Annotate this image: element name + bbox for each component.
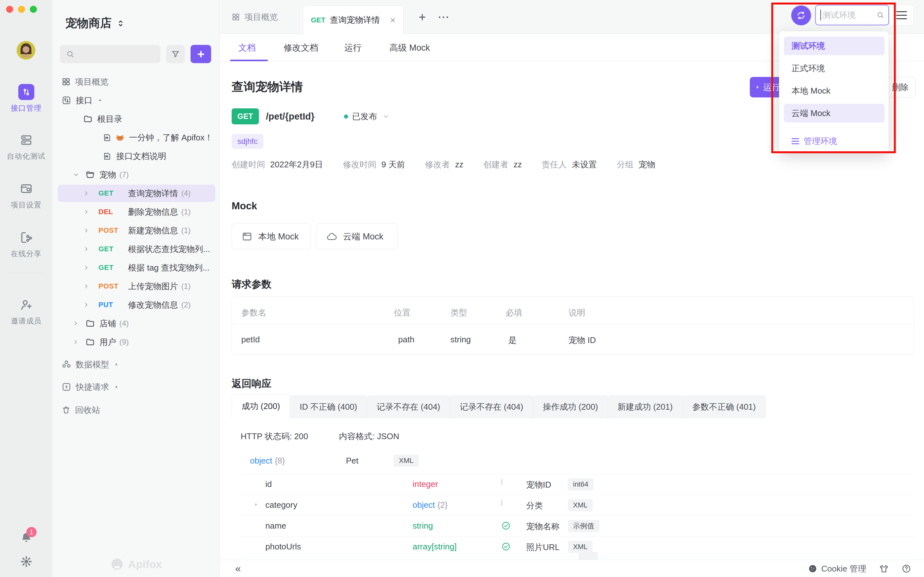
tree-section-data-models[interactable]: 数据模型 [52, 355, 220, 374]
xml-badge: XML [394, 455, 418, 467]
request-params-table: 参数名 位置 类型 必填 说明 petId path string 是 宠物 I… [232, 297, 914, 355]
param-required: 是 [508, 335, 517, 346]
tab-doc[interactable]: 文档 [238, 34, 256, 61]
tab-more-menu[interactable]: ⋯ [435, 10, 452, 24]
tag-chip[interactable]: sdjhfc [232, 134, 263, 149]
resp-tab-400[interactable]: ID 不正确 (400) [290, 396, 367, 418]
required-check-icon [501, 521, 511, 530]
tree-doc-intro[interactable]: 一分钟，了解 Apifox！ [52, 128, 220, 147]
env-option-test[interactable]: 测试环境 [784, 37, 885, 55]
caret-right-icon[interactable] [254, 502, 258, 507]
delete-button[interactable]: 删除 [885, 77, 916, 97]
tree-api-get-by-tag[interactable]: GET 根据 tag 查找宠物列... [52, 258, 220, 277]
resp-tab-401[interactable]: 参数不正确 (401) [683, 396, 766, 418]
sidebar-item-online-share[interactable]: 在线分享 [0, 229, 52, 259]
mock-section-title: Mock [232, 200, 257, 212]
tree-api-del-pet[interactable]: DEL 删除宠物信息 (1) [52, 203, 220, 221]
sidebar-item-automated-testing[interactable]: 自动化测试 [0, 132, 52, 161]
response-status-line: HTTP 状态码: 200 内容格式: JSON [241, 431, 399, 442]
filter-button[interactable] [166, 45, 185, 63]
environment-search-field[interactable] [815, 5, 889, 25]
tree-section-api[interactable]: 接口 [52, 91, 220, 110]
sidebar-item-label: 在线分享 [11, 249, 42, 259]
notification-badge: 1 [26, 527, 37, 537]
resp-tab-200-op[interactable]: 操作成功 (200) [533, 396, 608, 418]
sort-chevrons-icon [116, 19, 125, 28]
traffic-light-zoom[interactable] [30, 6, 37, 13]
cookie-manager-button[interactable]: Cookie 管理 [808, 563, 866, 574]
theme-shirt-icon[interactable] [879, 564, 889, 574]
tree-api-post-pet[interactable]: POST 新建宠物信息 (1) [52, 221, 220, 240]
tab-advanced-mock[interactable]: 高级 Mock [389, 34, 430, 61]
chevron-right-icon [73, 339, 79, 345]
tree-folder-root[interactable]: 根目录 [52, 110, 220, 128]
close-tab-icon[interactable]: × [390, 15, 396, 26]
status-badge[interactable]: 已发布 [352, 111, 377, 122]
add-button[interactable]: + [191, 45, 211, 63]
traffic-light-close[interactable] [6, 6, 13, 13]
tree-api-get-pet-detail[interactable]: GET 查询宠物详情 (4) [52, 184, 220, 203]
avatar[interactable] [17, 41, 35, 60]
chevron-down-icon[interactable] [382, 113, 390, 120]
manage-environments-button[interactable]: 管理环境 [784, 132, 885, 150]
resp-tab-success-200[interactable]: 成功 (200) [232, 394, 290, 418]
tree-api-get-by-status[interactable]: GET 根据状态查找宠物列... [52, 240, 220, 258]
param-location: path [398, 335, 415, 345]
data-models-icon [61, 359, 71, 369]
tree-api-put-pet[interactable]: PUT 修改宠物信息 (2) [52, 295, 220, 314]
notifications-button[interactable]: 1 [20, 532, 33, 544]
project-switcher[interactable]: 宠物商店 [65, 15, 125, 31]
api-management-icon [18, 84, 34, 100]
markdown-doc-icon [103, 152, 111, 161]
new-tab-button[interactable]: + [415, 10, 430, 24]
tree-folder-users[interactable]: 用户 (9) [52, 333, 220, 351]
run-button[interactable]: 运行 [750, 77, 780, 97]
collapse-sidebar-button[interactable]: « [235, 562, 241, 574]
optional-circle-icon [501, 479, 502, 485]
tree-section-quick-requests[interactable]: 快捷请求 [52, 378, 220, 396]
settings-gear-icon[interactable] [20, 555, 33, 568]
resp-tab-404-b[interactable]: 记录不存在 (404) [450, 396, 533, 418]
schema-root-row[interactable]: object {8} Pet XML [250, 455, 419, 467]
traffic-light-minimize[interactable] [18, 6, 25, 13]
tree-api-post-upload[interactable]: POST 上传宠物图片 (1) [52, 277, 220, 295]
automation-icon [18, 132, 34, 148]
sidebar-item-api-management[interactable]: 接口管理 [0, 84, 52, 113]
tree-folder-store[interactable]: 店铺 (4) [52, 314, 220, 333]
schema-row-category[interactable]: category object{2} 分类 XML [232, 495, 914, 516]
tab-run[interactable]: 运行 [344, 34, 362, 61]
tab-get-pet-detail[interactable]: GET 查询宠物详情 × [303, 5, 404, 34]
sync-button[interactable] [791, 5, 811, 25]
schema-row-id[interactable]: id integer 宠物ID int64 [232, 474, 914, 495]
schema-row-name[interactable]: name string 宠物名称 示例值 [232, 516, 914, 536]
tree-item-project-overview[interactable]: 项目概览 [52, 73, 220, 91]
resp-tab-404-a[interactable]: 记录不存在 (404) [367, 396, 450, 418]
local-mock-button[interactable]: 本地 Mock [232, 223, 311, 250]
dropdown-divider [784, 127, 885, 128]
help-icon[interactable] [901, 564, 911, 574]
tab-project-overview[interactable]: 项目概览 [232, 0, 278, 34]
env-option-cloud-mock[interactable]: 云端 Mock [784, 104, 885, 122]
sidebar-item-project-settings[interactable]: 项目设置 [0, 181, 52, 210]
environment-search-input[interactable] [821, 10, 876, 20]
resp-tab-201[interactable]: 新建成功 (201) [608, 396, 683, 418]
sidebar-item-invite-members[interactable]: 邀请成员 [0, 297, 52, 326]
response-tabs: 成功 (200) ID 不正确 (400) 记录不存在 (404) 记录不存在 … [232, 394, 766, 418]
grid-icon [232, 13, 240, 21]
env-option-local-mock[interactable]: 本地 Mock [784, 81, 885, 100]
tree-section-trash[interactable]: 回收站 [52, 401, 220, 419]
search-input[interactable] [60, 45, 160, 63]
cloud-mock-button[interactable]: 云端 Mock [317, 223, 398, 250]
sidebar-item-label: 项目设置 [11, 200, 42, 210]
schema-row-photourls[interactable]: photoUrls array[string] 照片URL XML [232, 537, 914, 557]
method-badge: GET [232, 108, 259, 124]
tab-edit-doc[interactable]: 修改文档 [284, 34, 318, 61]
bottom-bar: « Cookie 管理 [220, 560, 924, 577]
rail-divider [7, 273, 45, 273]
tree-folder-pets[interactable]: 宠物 (7) [52, 165, 220, 184]
env-option-prod[interactable]: 正式环境 [784, 59, 885, 77]
environment-toolbar [780, 0, 924, 34]
hamburger-menu-button[interactable] [889, 5, 914, 25]
tree-doc-api-notes[interactable]: 接口文档说明 [52, 147, 220, 165]
search-icon [66, 50, 75, 59]
